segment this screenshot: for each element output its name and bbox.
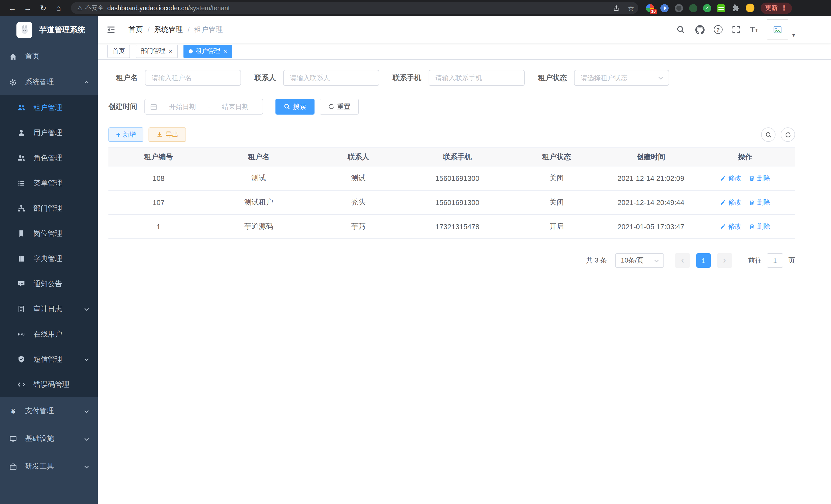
app-frame: 芋道管理系统 首页 系统管理 租户管理 (0, 16, 831, 504)
user-avatar-menu[interactable]: ▾ (767, 19, 795, 40)
tab-tenant[interactable]: 租户管理 × (183, 45, 232, 58)
filter-mobile: 联系手机 (393, 70, 525, 86)
search-button[interactable]: 搜索 (276, 99, 315, 115)
breadcrumb-home[interactable]: 首页 (128, 25, 143, 34)
browser-reload-icon[interactable]: ↻ (36, 1, 50, 14)
gear-icon (9, 78, 17, 86)
goto-page-input[interactable] (767, 253, 783, 268)
main-area: 首页 / 系统管理 / 租户管理 ? (98, 16, 831, 504)
tab-home[interactable]: 首页 (107, 45, 130, 58)
url-text[interactable]: dashboard.yudao.iocoder.cn/system/tenant (107, 4, 608, 11)
export-button[interactable]: 导出 (148, 127, 186, 142)
prev-page-button[interactable]: ‹ (675, 253, 690, 268)
edit-link[interactable]: 修改 (720, 222, 742, 231)
edit-link[interactable]: 修改 (720, 174, 742, 183)
sidebar-item-role[interactable]: 角色管理 (0, 145, 98, 171)
bookmark-star-icon[interactable]: ☆ (628, 4, 634, 12)
browser-update-button[interactable]: 更新 ⋮ (761, 2, 792, 13)
page-unit-label: 页 (789, 256, 795, 265)
sidebar-item-infrastructure[interactable]: 基础设施 (0, 425, 98, 453)
close-icon[interactable]: × (223, 48, 227, 55)
url-path: /system/tenant (188, 4, 230, 11)
page-size-select[interactable]: 10条/页 (615, 253, 664, 268)
profile-avatar-icon[interactable] (745, 3, 754, 12)
sidebar-item-tenant[interactable]: 租户管理 (0, 95, 98, 120)
close-icon[interactable]: × (169, 48, 172, 55)
update-label: 更新 (765, 4, 778, 12)
mobile-input[interactable] (429, 70, 525, 86)
sidebar-item-post[interactable]: 岗位管理 (0, 221, 98, 246)
sidebar-item-notice[interactable]: 通知公告 (0, 271, 98, 296)
extensions-puzzle-icon[interactable] (731, 3, 740, 12)
browser-forward-icon[interactable]: → (21, 1, 35, 14)
logo-image (17, 22, 32, 38)
help-icon[interactable]: ? (714, 25, 722, 34)
filter-contact: 联系人 (254, 70, 379, 86)
browser-home-icon[interactable]: ⌂ (51, 1, 66, 14)
trash-icon (749, 175, 755, 181)
font-size-icon[interactable]: TT (750, 25, 758, 34)
share-icon[interactable] (611, 3, 622, 13)
sidebar-item-dev-tools[interactable]: 研发工具 (0, 453, 98, 480)
sidebar-item-error-code[interactable]: 错误码管理 (0, 372, 98, 397)
export-button-label: 导出 (166, 130, 178, 139)
profile-avatar-glyph (745, 4, 754, 12)
edit-link[interactable]: 修改 (720, 198, 742, 207)
status-select[interactable]: 请选择租户状态 (574, 70, 669, 86)
extension-icon-ring[interactable] (674, 3, 684, 12)
cell-status: 关闭 (507, 166, 606, 190)
sidebar-item-user[interactable]: 用户管理 (0, 120, 98, 145)
toggle-search-button[interactable] (761, 127, 775, 142)
home-icon (9, 53, 17, 60)
reset-button[interactable]: 重置 (320, 99, 359, 115)
sidebar-item-dict[interactable]: 字典管理 (0, 246, 98, 271)
add-button[interactable]: + 新增 (109, 127, 143, 142)
github-icon[interactable] (694, 24, 705, 35)
extension-icon-colorwheel[interactable]: 10 (646, 3, 655, 12)
sidebar-item-online-users[interactable]: 在线用户 (0, 322, 98, 347)
search-button-label: 搜索 (293, 102, 306, 111)
contact-input[interactable] (283, 70, 379, 86)
tenant-name-label: 租户名 (116, 73, 145, 83)
sidebar-item-home[interactable]: 首页 (0, 44, 98, 69)
breadcrumb: 首页 / 系统管理 / 租户管理 (128, 25, 223, 34)
tab-dept[interactable]: 部门管理 × (136, 45, 177, 58)
extension-icon-blue[interactable] (660, 3, 669, 12)
add-button-label: 新增 (123, 130, 136, 139)
sidebar-item-dept[interactable]: 部门管理 (0, 196, 98, 221)
sidebar-item-menu[interactable]: 菜单管理 (0, 171, 98, 196)
address-bar[interactable]: ⚠ 不安全 dashboard.yudao.iocoder.cn/system/… (71, 2, 638, 14)
browser-menu-dots-icon[interactable]: ⋮ (781, 4, 787, 12)
col-actions: 操作 (695, 148, 795, 166)
header-search-icon[interactable] (676, 24, 686, 35)
next-page-button[interactable]: › (717, 253, 732, 268)
cell-id: 107 (109, 190, 209, 214)
date-range-picker[interactable]: 开始日期 - 结束日期 (144, 99, 263, 115)
sidebar-item-system[interactable]: 系统管理 (0, 69, 98, 95)
delete-link[interactable]: 删除 (749, 174, 770, 183)
tenant-name-input[interactable] (145, 70, 241, 86)
date-start-placeholder: 开始日期 (160, 102, 205, 111)
delete-link[interactable]: 删除 (749, 198, 770, 207)
active-dot (188, 49, 193, 53)
sidebar-item-sms[interactable]: 短信管理 (0, 347, 98, 372)
tree-icon (18, 205, 25, 212)
page-number-1[interactable]: 1 (696, 253, 711, 268)
sidebar-item-payment[interactable]: ¥ 支付管理 (0, 397, 98, 425)
breadcrumb-current: 租户管理 (194, 25, 223, 34)
breadcrumb-system[interactable]: 系统管理 (154, 25, 183, 34)
sidebar-logo[interactable]: 芋道管理系统 (0, 16, 98, 44)
fullscreen-icon[interactable] (731, 24, 741, 35)
extension-icon-green-chat[interactable] (716, 3, 726, 12)
security-indicator[interactable]: ⚠ 不安全 (77, 4, 104, 12)
sidebar-item-audit-log[interactable]: 审计日志 (0, 296, 98, 322)
sidebar: 芋道管理系统 首页 系统管理 租户管理 (0, 16, 98, 504)
extension-icon-darkgreen[interactable] (689, 3, 698, 12)
cell-name: 芋道源码 (209, 214, 309, 239)
extension-icon-green-check[interactable]: ✓ (703, 4, 711, 12)
refresh-table-button[interactable] (781, 127, 795, 142)
browser-back-icon[interactable]: ← (5, 1, 20, 14)
col-created: 创建时间 (606, 148, 695, 166)
sidebar-fold-icon[interactable] (106, 24, 116, 35)
delete-link[interactable]: 删除 (749, 222, 770, 231)
